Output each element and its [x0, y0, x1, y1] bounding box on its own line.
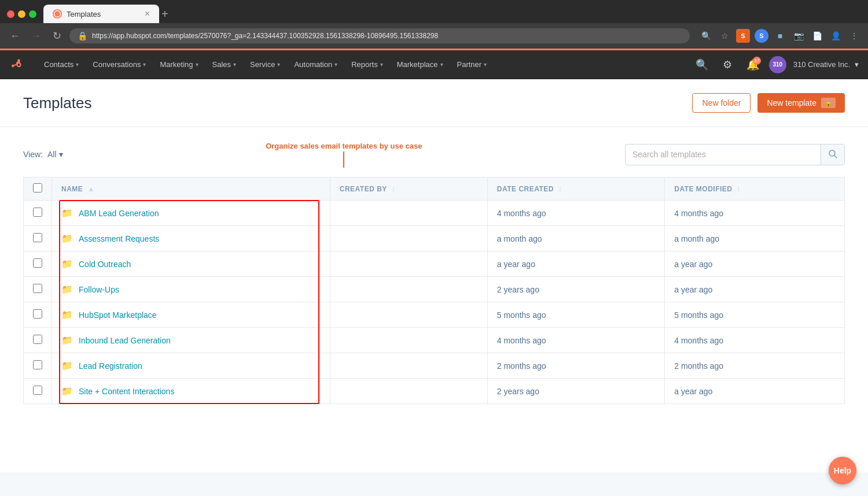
- nav-partner[interactable]: Partner ▾: [450, 50, 494, 79]
- folder-link-1[interactable]: Assessment Requests: [79, 234, 159, 243]
- tab-bar: Templates × +: [0, 0, 868, 23]
- maximize-window-button[interactable]: [29, 10, 36, 18]
- close-window-button[interactable]: [7, 10, 14, 18]
- created-by-sort-icon: ↕: [391, 185, 395, 193]
- folder-link-4[interactable]: HubSpot Marketplace: [79, 310, 157, 320]
- folder-icon-7: 📁: [61, 386, 73, 397]
- nav-marketplace[interactable]: Marketplace ▾: [390, 50, 450, 79]
- folder-icon-1: 📁: [61, 233, 73, 244]
- row-created-by-cell-1: [330, 226, 487, 251]
- tab-close-button[interactable]: ×: [145, 9, 150, 18]
- row-checkbox-cell-1: [24, 226, 52, 251]
- date-created-column-header[interactable]: DATE CREATED ↕: [487, 177, 664, 201]
- nav-marketing[interactable]: Marketing ▾: [153, 50, 205, 79]
- avatar[interactable]: 310: [769, 56, 786, 73]
- minimize-window-button[interactable]: [18, 10, 25, 18]
- row-checkbox-6[interactable]: [33, 360, 42, 369]
- marketplace-chevron-icon: ▾: [440, 61, 443, 68]
- row-date-modified-cell-0: 4 months ago: [665, 201, 845, 226]
- notifications-icon[interactable]: 🔔 37: [744, 55, 762, 74]
- date-modified-column-header[interactable]: DATE MODIFIED ↕: [665, 177, 845, 201]
- row-date-modified-cell-5: 4 months ago: [665, 328, 845, 353]
- reload-button[interactable]: ↻: [49, 28, 65, 44]
- settings-icon[interactable]: ⚙: [718, 55, 737, 74]
- forward-button[interactable]: →: [28, 28, 44, 44]
- row-checkbox-4[interactable]: [33, 309, 42, 319]
- global-search-icon[interactable]: 🔍: [693, 55, 711, 74]
- annotation-line: [343, 151, 344, 168]
- row-checkbox-5[interactable]: [33, 335, 42, 344]
- more-options-icon[interactable]: ⋮: [847, 29, 861, 43]
- back-button[interactable]: ←: [7, 28, 23, 44]
- new-tab-button[interactable]: +: [161, 8, 168, 21]
- nav-service[interactable]: Service ▾: [243, 50, 287, 79]
- conversations-chevron-icon: ▾: [143, 61, 146, 68]
- folder-icon-4: 📁: [61, 309, 73, 320]
- row-date-modified-cell-1: a month ago: [665, 226, 845, 251]
- new-folder-button[interactable]: New folder: [692, 93, 751, 113]
- row-created-by-cell-2: [330, 251, 487, 277]
- hubspot-logo[interactable]: [9, 55, 28, 74]
- folder-link-3[interactable]: Follow-Ups: [79, 285, 119, 294]
- table-row: 📁 Inbound Lead Generation 4 months ago 4…: [24, 328, 845, 353]
- extension-2-icon[interactable]: S: [755, 29, 768, 43]
- extension-3-icon[interactable]: ■: [773, 29, 787, 43]
- folder-link-6[interactable]: Lead Registration: [79, 361, 142, 371]
- name-sort-icon: ▲: [87, 185, 94, 193]
- notification-badge: 37: [753, 57, 761, 65]
- extension-4-icon[interactable]: 📷: [792, 29, 806, 43]
- row-name-cell-3: 📁 Follow-Ups: [52, 277, 330, 302]
- row-checkbox-1[interactable]: [33, 233, 42, 242]
- table-row: 📁 ABM Lead Generation 4 months ago 4 mon…: [24, 201, 845, 226]
- search-button[interactable]: [821, 145, 844, 165]
- row-name-cell-1: 📁 Assessment Requests: [52, 226, 330, 251]
- extension-1-icon[interactable]: S: [736, 29, 750, 43]
- service-chevron-icon: ▾: [277, 61, 280, 68]
- url-text: https://app.hubspot.com/templates/257007…: [92, 32, 438, 40]
- row-checkbox-3[interactable]: [33, 284, 42, 293]
- view-label: View: All ▾: [23, 150, 63, 159]
- bookmark-icon[interactable]: ☆: [718, 29, 731, 43]
- nav-sales[interactable]: Sales ▾: [205, 50, 244, 79]
- templates-area: View: All ▾ Organize sales email templat…: [0, 127, 868, 418]
- row-date-created-cell-0: 4 months ago: [487, 201, 664, 226]
- folder-link-7[interactable]: Site + Content Interactions: [79, 387, 174, 396]
- row-checkbox-2[interactable]: [33, 258, 42, 268]
- extension-5-icon[interactable]: 📄: [810, 29, 824, 43]
- nav-automation[interactable]: Automation ▾: [287, 50, 344, 79]
- row-name-cell-2: 📁 Cold Outreach: [52, 251, 330, 277]
- url-bar[interactable]: 🔒 https://app.hubspot.com/templates/2570…: [69, 28, 690, 43]
- row-date-created-cell-2: a year ago: [487, 251, 664, 277]
- view-select[interactable]: All ▾: [47, 150, 63, 159]
- row-date-modified-cell-3: a year ago: [665, 277, 845, 302]
- created-by-column-header[interactable]: CREATED BY ↕: [330, 177, 487, 201]
- folder-icon-2: 📁: [61, 258, 73, 269]
- active-tab[interactable]: Templates ×: [43, 5, 159, 23]
- nav-reports[interactable]: Reports ▾: [344, 50, 390, 79]
- row-checkbox-cell-7: [24, 379, 52, 404]
- nav-contacts[interactable]: Contacts ▾: [37, 50, 86, 79]
- row-checkbox-cell-2: [24, 251, 52, 277]
- folder-icon-0: 📁: [61, 208, 73, 219]
- new-template-button[interactable]: New template 🔒: [757, 93, 845, 113]
- search-extension-icon[interactable]: 🔍: [699, 29, 713, 43]
- extension-6-icon[interactable]: 👤: [829, 29, 843, 43]
- table-row: 📁 Cold Outreach a year ago a year ago: [24, 251, 845, 277]
- nav-conversations[interactable]: Conversations ▾: [86, 50, 153, 79]
- row-checkbox-cell-6: [24, 353, 52, 379]
- search-input[interactable]: [626, 145, 821, 164]
- account-menu[interactable]: 310 Creative Inc. ▾: [793, 60, 859, 69]
- table-row: 📁 Lead Registration 2 months ago 2 month…: [24, 353, 845, 379]
- row-checkbox-7[interactable]: [33, 386, 42, 395]
- automation-chevron-icon: ▾: [334, 61, 337, 68]
- table-container: NAME ▲ CREATED BY ↕ DATE CREATED ↕ DAT: [23, 177, 845, 404]
- select-all-checkbox[interactable]: [33, 183, 42, 193]
- folder-link-5[interactable]: Inbound Lead Generation: [79, 336, 171, 345]
- select-all-header: [24, 177, 52, 201]
- row-checkbox-0[interactable]: [33, 208, 42, 217]
- row-name-cell-4: 📁 HubSpot Marketplace: [52, 302, 330, 328]
- folder-link-0[interactable]: ABM Lead Generation: [79, 209, 159, 218]
- folder-link-2[interactable]: Cold Outreach: [79, 260, 131, 269]
- templates-table: NAME ▲ CREATED BY ↕ DATE CREATED ↕ DAT: [23, 177, 845, 404]
- name-column-header[interactable]: NAME ▲: [52, 177, 330, 201]
